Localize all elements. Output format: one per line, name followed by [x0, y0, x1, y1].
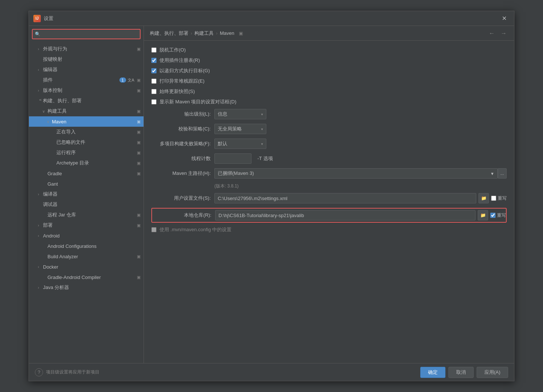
user-settings-override-checkbox[interactable]: [491, 196, 496, 201]
settings-icon: ▣: [137, 254, 141, 259]
project-note: 项目级设置将应用于新项目: [46, 369, 99, 375]
back-button[interactable]: ←: [487, 29, 496, 37]
sidebar-item-label: 构建工具: [47, 108, 135, 114]
dialog-body: 🔍 › 外观与行为 ▣ 按键映射 › 编辑器: [29, 26, 514, 363]
search-box[interactable]: 🔍: [32, 29, 141, 39]
expand-icon: ∨: [42, 109, 47, 113]
sidebar-item-gant[interactable]: Gant: [29, 179, 144, 189]
use-mvn-config-checkbox[interactable]: [151, 227, 157, 232]
maven-home-input-group: ▾ ...: [214, 168, 507, 179]
sidebar-item-label: 版本控制: [43, 87, 135, 94]
user-settings-override-label: 重写: [498, 195, 507, 202]
expand-icon: ∨: [47, 120, 52, 124]
sidebar-item-label: Archetype 目录: [56, 160, 135, 166]
content-header: 构建、执行、部署 › 构建工具 › Maven ▣ ← →: [144, 26, 514, 41]
checkbox-always-update: 始终更新快照(S): [151, 88, 507, 95]
sidebar-item-vcs[interactable]: › 版本控制 ▣: [29, 85, 144, 96]
show-dialog-label[interactable]: 显示新 Maven 项目的设置对话框(D): [159, 99, 236, 105]
user-settings-input[interactable]: [214, 193, 476, 203]
sidebar-item-deployment[interactable]: › 部署 ▣: [29, 220, 144, 230]
settings-icon: ▣: [137, 161, 141, 166]
recursive-checkbox[interactable]: [151, 68, 157, 73]
sidebar-item-build-tools[interactable]: ∨ 构建工具 ▣: [29, 106, 144, 116]
ok-button[interactable]: 确定: [420, 367, 445, 378]
sidebar-item-label: 运行程序: [56, 149, 135, 156]
sidebar-item-remote-jar[interactable]: 远程 Jar 仓库 ▣: [29, 210, 144, 220]
close-button[interactable]: ✕: [499, 13, 510, 23]
sidebar-item-gradle[interactable]: Gradle ▣: [29, 168, 144, 179]
settings-dialog: IJ 设置 ✕ 🔍 › 外观与行为 ▣ 按键映射: [29, 11, 514, 381]
sidebar-item-ignored-files[interactable]: 已忽略的文件 ▣: [29, 137, 144, 147]
show-dialog-checkbox[interactable]: [151, 99, 157, 104]
user-settings-override: 重写: [491, 195, 507, 202]
multi-build-dropdown[interactable]: 默认 ▾: [214, 139, 266, 149]
sidebar-item-archetype[interactable]: Archetype 目录 ▣: [29, 158, 144, 168]
sidebar-item-label: Android: [43, 233, 141, 239]
local-repo-input[interactable]: [215, 210, 475, 220]
sidebar-item-android[interactable]: › Android: [29, 230, 144, 241]
sidebar-item-build-analyzer[interactable]: Build Analyzer ▣: [29, 251, 144, 262]
apply-button[interactable]: 应用(A): [477, 367, 508, 378]
sidebar-item-keymap[interactable]: 按键映射: [29, 54, 144, 64]
bottom-bar: ? 项目级设置将应用于新项目 确定 取消 应用(A): [29, 363, 514, 381]
forward-button[interactable]: →: [499, 29, 508, 37]
sidebar-item-label: 编译器: [43, 191, 141, 197]
sidebar-item-build[interactable]: ∨ 构建、执行、部署: [29, 96, 144, 106]
maven-home-dropdown-btn[interactable]: ▾: [487, 168, 498, 179]
maven-home-browse-btn[interactable]: ...: [498, 168, 507, 179]
thread-count-label: 线程计数: [151, 155, 211, 162]
local-repo-override: 重写: [490, 212, 506, 219]
expand-icon: ›: [38, 68, 43, 72]
sidebar-item-compiler[interactable]: › 编译器: [29, 189, 144, 199]
expand-icon: ›: [38, 265, 43, 269]
sidebar-item-importing[interactable]: 正在导入 ▣: [29, 127, 144, 137]
thread-count-input[interactable]: [214, 153, 251, 164]
user-settings-label: 用户设置文件(S):: [151, 195, 211, 202]
user-settings-browse-button[interactable]: 📁: [478, 193, 489, 203]
checkbox-show-dialog: 显示新 Maven 项目的设置对话框(D): [151, 99, 507, 105]
bottom-left: ? 项目级设置将应用于新项目: [35, 368, 99, 376]
sidebar-item-maven[interactable]: ∨ Maven ▣: [29, 116, 144, 127]
search-input[interactable]: [42, 31, 138, 37]
validation-dropdown[interactable]: 无全局策略 ▾: [214, 124, 266, 134]
always-update-label[interactable]: 始终更新快照(S): [159, 88, 195, 95]
offline-label[interactable]: 脱机工作(O): [159, 47, 186, 53]
sidebar-item-label: Build Analyzer: [47, 254, 135, 259]
plugin-registry-label[interactable]: 使用插件注册表(R): [159, 57, 200, 64]
output-level-dropdown[interactable]: 信息 ▾: [214, 109, 266, 119]
sidebar-item-label: Java 分析器: [43, 284, 141, 291]
sidebar-item-java-analyzer[interactable]: › Java 分析器: [29, 282, 144, 293]
sidebar-item-android-configs[interactable]: Android Configurations: [29, 241, 144, 251]
local-repo-browse-button[interactable]: 📁: [478, 210, 488, 220]
sidebar-item-run-program[interactable]: 运行程序 ▣: [29, 147, 144, 158]
sidebar-item-appearance[interactable]: › 外观与行为 ▣: [29, 44, 144, 54]
maven-home-input[interactable]: [214, 168, 487, 179]
recursive-label[interactable]: 以递归方式执行目标(G): [159, 67, 210, 74]
breadcrumb-icon: ▣: [239, 31, 243, 36]
chevron-down-icon: ▾: [261, 112, 263, 116]
help-button[interactable]: ?: [35, 368, 43, 376]
expand-icon: ›: [38, 286, 43, 290]
cancel-button[interactable]: 取消: [448, 367, 474, 378]
app-icon: IJ: [33, 15, 41, 22]
sidebar-item-label: 插件: [43, 77, 119, 83]
sidebar-item-debugger[interactable]: 调试器: [29, 199, 144, 210]
print-stack-checkbox[interactable]: [151, 79, 157, 84]
print-stack-label[interactable]: 打印异常堆栈跟踪(E): [159, 78, 204, 84]
sidebar: 🔍 › 外观与行为 ▣ 按键映射 › 编辑器: [29, 26, 144, 363]
breadcrumb-part3: Maven: [220, 30, 234, 36]
maven-version: (版本: 3.8.1): [214, 183, 507, 189]
settings-icon: ▣: [137, 130, 141, 134]
offline-checkbox[interactable]: [151, 47, 157, 53]
plugin-registry-checkbox[interactable]: [151, 58, 157, 63]
sidebar-item-gradle-android[interactable]: Gradle-Android Compiler ▣: [29, 272, 144, 282]
always-update-checkbox[interactable]: [151, 89, 157, 94]
sidebar-item-editor[interactable]: › 编辑器: [29, 64, 144, 75]
use-mvn-config-label[interactable]: 使用 .mvn/maven.config 中的设置: [159, 226, 231, 233]
local-repo-highlight-box: 本地仓库(R): 📁 重写: [151, 208, 507, 223]
sidebar-item-label: 编辑器: [43, 66, 141, 73]
maven-home-label: Maven 主路径(H):: [151, 170, 211, 177]
sidebar-item-docker[interactable]: › Docker: [29, 262, 144, 272]
sidebar-item-plugins[interactable]: 插件 1 文A ▣: [29, 75, 144, 85]
local-repo-override-checkbox[interactable]: [490, 213, 496, 218]
